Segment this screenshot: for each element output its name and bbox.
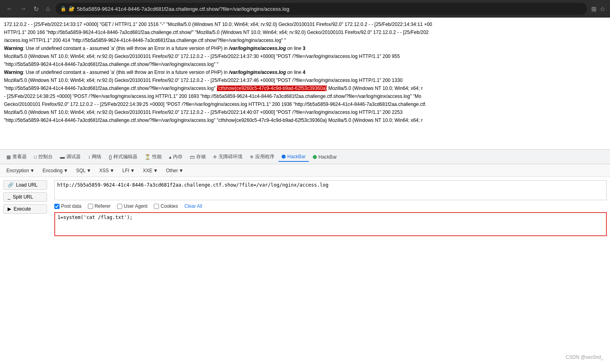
execute-button[interactable]: ▶ Execute [3, 204, 47, 214]
encoding-menu[interactable]: Encoding ▼ [40, 167, 72, 174]
xss-menu[interactable]: XSS ▼ [96, 167, 117, 174]
warning-line-2: Warning: Use of undefined constant a - a… [4, 69, 606, 76]
encoding-chevron: ▼ [64, 168, 68, 173]
tab-accessibility[interactable]: ✛ 无障碍环境 [210, 152, 246, 162]
performance-icon: ⏳ [145, 154, 151, 160]
log-line-3: /access.log HTTP/1.1" 200 414 "http://5b… [4, 37, 606, 44]
page-content: 172.12.0.2 - - [25/Feb/2022:14:33:17 +00… [0, 18, 610, 149]
forward-button[interactable]: → [18, 4, 28, 14]
hackbar-body: 🔗 Load URL ⎯ Split URL ▶ Execute Post da… [0, 177, 610, 361]
log-line-2: HTTP/1.1" 200 166 "http://5b5a5859-9624-… [4, 29, 606, 36]
security-icon: 🔒 [60, 6, 66, 12]
log-line-11: Gecko/20100101 Firefox/92.0" 172.12.0.2 … [4, 101, 606, 108]
xxe-chevron: ▼ [153, 168, 158, 173]
log-line-9: "http://5b5a5859-9624-41c4-8446-7a3cd681… [4, 85, 606, 92]
tab-style-editor[interactable]: {} 样式编辑器 [105, 152, 141, 162]
split-url-icon: ⎯ [8, 194, 10, 200]
devtools-panel: ▦ 查看器 □ 控制台 ▬ 调试器 ↕ 网络 {} 样式编辑器 ⏳ 性能 ▴ 内… [0, 149, 610, 361]
log-line-8: Mozilla/5.0 (Windows NT 10.0; Win64; x64… [4, 77, 606, 84]
hackbar-left-panel: 🔗 Load URL ⎯ Split URL ▶ Execute [3, 180, 51, 358]
hackbar-dot-green [313, 155, 317, 159]
network-icon: ↕ [88, 154, 90, 160]
tab-inspector[interactable]: ▦ 查看器 [3, 152, 30, 162]
debugger-icon: ▬ [60, 154, 65, 160]
tab-hackbar-1[interactable]: HackBar [278, 152, 309, 162]
storage-icon: 🗃 [190, 154, 195, 160]
user-agent-checkbox[interactable] [117, 204, 122, 209]
post-data-field[interactable] [54, 212, 607, 236]
other-chevron: ▼ [179, 168, 184, 173]
checkbox-row: Post data Referer User Agent Cookies Cle… [54, 203, 607, 209]
tab-hackbar-2[interactable]: HackBar [310, 153, 340, 161]
url-input-field[interactable] [54, 180, 607, 200]
tab-network[interactable]: ↕ 网络 [85, 152, 105, 162]
cookies-label: Cookies [161, 203, 178, 209]
log-line-6: "http://5b5a5859-9624-41c4-8446-7a3cd681… [4, 61, 606, 68]
xxe-menu[interactable]: XXE ▼ [140, 167, 161, 174]
log-line-13: "http://5b5a5859-9624-41c4-8446-7a3cd681… [4, 117, 606, 124]
split-url-button[interactable]: ⎯ Split URL [3, 192, 47, 202]
clear-all-button[interactable]: Clear All [184, 203, 202, 209]
execute-icon: ▶ [8, 206, 11, 212]
watermark: CSDN @sec0nd_ [566, 354, 604, 360]
sql-menu[interactable]: SQL ▼ [73, 167, 95, 174]
tab-performance[interactable]: ⏳ 性能 [141, 152, 165, 162]
other-menu[interactable]: Other ▼ [163, 167, 187, 174]
cert-icon: 🔐 [69, 6, 75, 12]
hackbar-toolbar: Encryption ▼ Encoding ▼ SQL ▼ XSS ▼ LFI … [0, 164, 610, 177]
tab-debugger[interactable]: ▬ 调试器 [57, 152, 84, 162]
tab-console[interactable]: □ 控制台 [31, 152, 56, 162]
referer-label: Referer [95, 203, 111, 209]
warning-path-2: /var/log/nginx/access.log [229, 70, 286, 75]
tab-application[interactable]: ⁜ 应用程序 [246, 152, 278, 162]
browser-actions: ⊞ ☆ [591, 5, 605, 13]
log-line-1: 172.12.0.2 - - [25/Feb/2022:14:33:17 +00… [4, 21, 606, 28]
sql-chevron: ▼ [87, 168, 91, 173]
post-data-label: Post data [61, 203, 81, 209]
address-bar[interactable]: 🔒 🔐 5b5a5859-9624-41c4-8446-7a3cd681f2aa… [56, 3, 587, 15]
hackbar-dot-blue [282, 155, 286, 159]
tab-memory[interactable]: ▴ 内存 [166, 152, 186, 162]
post-data-checkbox[interactable] [54, 204, 60, 209]
warning-path-1: /var/log/nginx/access.log [229, 46, 286, 51]
post-data-checkbox-label[interactable]: Post data [54, 203, 81, 209]
user-agent-label: User Agent [124, 203, 147, 209]
home-button[interactable]: ⌂ [44, 4, 52, 14]
log-line-12: Mozilla/5.0 (Windows NT 10.0; Win64; x64… [4, 109, 606, 116]
browser-bar: ← → ↻ ⌂ 🔒 🔐 5b5a5859-9624-41c4-8446-7a3c… [0, 0, 610, 18]
referer-checkbox[interactable] [88, 204, 93, 209]
load-url-button[interactable]: 🔗 Load URL [3, 180, 47, 190]
reload-button[interactable]: ↻ [32, 4, 40, 14]
encryption-chevron: ▼ [30, 168, 35, 173]
referer-checkbox-label[interactable]: Referer [88, 203, 111, 209]
warning-label-2: Warning [4, 70, 23, 75]
url-display[interactable]: 5b5a5859-9624-41c4-8446-7a3cd681f2aa.cha… [77, 6, 582, 12]
extensions-icon[interactable]: ⊞ [591, 5, 596, 13]
back-button[interactable]: ← [5, 4, 14, 14]
lfi-chevron: ▼ [130, 168, 135, 173]
accessibility-icon: ✛ [213, 154, 217, 160]
hackbar-right-panel: Post data Referer User Agent Cookies Cle… [54, 180, 607, 358]
devtools-tab-bar: ▦ 查看器 □ 控制台 ▬ 调试器 ↕ 网络 {} 样式编辑器 ⏳ 性能 ▴ 内… [0, 150, 610, 164]
tab-storage[interactable]: 🗃 存储 [187, 152, 209, 162]
console-icon: □ [34, 154, 37, 160]
user-agent-checkbox-label[interactable]: User Agent [117, 203, 147, 209]
style-icon: {} [109, 154, 112, 160]
application-icon: ⁜ [250, 154, 254, 160]
memory-icon: ▴ [169, 154, 171, 160]
flag-text-2: "ctfshow{ce9260c5-47c9-4c9d-b9ad-62f53c3… [217, 117, 327, 123]
log-line-5: Mozilla/5.0 (Windows NT 10.0; Win64; x64… [4, 53, 606, 60]
lfi-menu[interactable]: LFI ▼ [119, 167, 138, 174]
xss-chevron: ▼ [109, 168, 114, 173]
inspector-icon: ▦ [6, 154, 11, 160]
cookies-checkbox-label[interactable]: Cookies [154, 203, 178, 209]
log-line-10: - [25/Feb/2022:14:38:25 +0000] "POST /?f… [4, 93, 606, 100]
flag-text-1: "ctfshow{ce9260c5-47c9-4c9d-b9ad-62f53c3… [217, 86, 327, 91]
cookies-checkbox[interactable] [154, 204, 159, 209]
load-url-icon: 🔗 [8, 182, 14, 188]
warning-label-1: Warning [4, 46, 23, 51]
bookmark-icon[interactable]: ☆ [600, 5, 605, 13]
encryption-menu[interactable]: Encryption ▼ [3, 167, 38, 174]
warning-line-1: Warning: Use of undefined constant a - a… [4, 45, 606, 52]
